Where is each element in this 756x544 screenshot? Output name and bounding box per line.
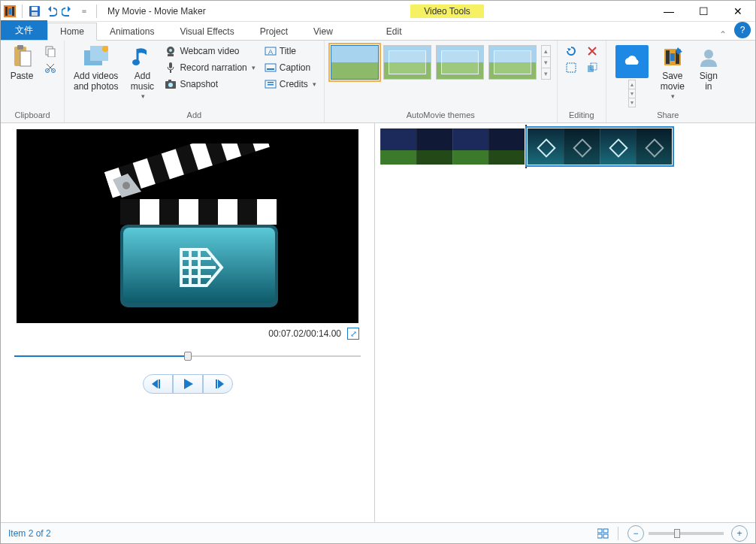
view-thumbnails-button[interactable] — [595, 525, 612, 542]
svg-rect-11 — [48, 49, 55, 57]
paste-button[interactable]: Paste — [5, 44, 38, 83]
preview-pane: 00:07.02/00:14.00 ⤢ — [1, 123, 375, 522]
next-frame-button[interactable] — [203, 374, 233, 394]
paste-label: Paste — [11, 71, 34, 81]
svg-rect-21 — [169, 62, 172, 68]
theme-thumb-4[interactable] — [488, 45, 537, 80]
svg-point-24 — [168, 83, 173, 87]
qat-dropdown-icon[interactable]: ＝ — [78, 5, 90, 17]
zoom-out-button[interactable]: − — [627, 525, 644, 542]
caption-button[interactable]: Caption — [262, 60, 319, 75]
sign-in-button[interactable]: Signin — [692, 44, 725, 94]
clip-2[interactable] — [527, 128, 673, 165]
svg-rect-31 — [268, 82, 274, 83]
add-music-button[interactable]: Addmusic — [125, 44, 159, 101]
redo-icon[interactable] — [62, 5, 74, 17]
svg-rect-65 — [603, 534, 608, 538]
svg-rect-2 — [12, 7, 14, 16]
group-editing: Editing — [558, 41, 606, 122]
sign-in-label-1: Sign — [700, 71, 718, 81]
tab-home[interactable]: Home — [47, 23, 97, 41]
mic-icon — [165, 62, 177, 74]
seek-slider[interactable] — [14, 349, 361, 364]
save-movie-icon — [661, 45, 685, 69]
timeline-pane[interactable] — [375, 123, 755, 522]
theme-thumb-1[interactable] — [331, 45, 379, 80]
theme-gallery[interactable]: ▴ ▾ ▾ — [329, 44, 552, 81]
save-movie-label-1: Save — [662, 71, 682, 81]
zoom-in-button[interactable]: + — [731, 525, 748, 542]
svg-rect-8 — [17, 45, 23, 50]
ribbon-minimize-icon[interactable]: ⌃ — [719, 29, 727, 40]
copy-icon — [44, 45, 56, 57]
theme-thumb-2[interactable] — [383, 45, 431, 80]
select-all-button[interactable] — [562, 60, 580, 75]
snapshot-icon — [165, 78, 177, 90]
undo-icon[interactable] — [45, 5, 57, 17]
ribbon: Paste Clipboard Add videosand photos Add… — [1, 41, 755, 123]
svg-rect-5 — [32, 7, 38, 11]
help-icon[interactable]: ? — [734, 22, 751, 38]
time-display: 00:07.02/00:14.00 — [268, 328, 341, 339]
tab-project[interactable]: Project — [247, 23, 301, 40]
svg-point-17 — [132, 59, 140, 65]
svg-rect-25 — [168, 80, 171, 82]
remove-button[interactable] — [583, 44, 601, 59]
caption-label: Caption — [280, 62, 310, 73]
svg-rect-61 — [216, 379, 217, 388]
svg-rect-3 — [8, 8, 11, 14]
theme-thumb-3[interactable] — [436, 45, 484, 80]
fullscreen-icon[interactable]: ⤢ — [347, 328, 359, 340]
tab-visual-effects[interactable]: Visual Effects — [167, 23, 246, 40]
caption-icon — [265, 62, 277, 74]
tab-file[interactable]: 文件 — [1, 20, 47, 40]
snapshot-button[interactable]: Snapshot — [162, 77, 258, 92]
add-videos-photos-button[interactable]: Add videosand photos — [69, 44, 122, 94]
save-movie-button[interactable]: Savemovie — [656, 44, 689, 101]
sign-in-label-2: in — [705, 81, 712, 92]
window-title: My Movie - Movie Maker — [101, 6, 275, 17]
clapper-icon — [83, 144, 293, 309]
svg-rect-1 — [5, 7, 8, 16]
prev-frame-button[interactable] — [143, 374, 173, 394]
video-preview[interactable] — [17, 129, 358, 323]
title-button[interactable]: ATitle — [262, 44, 319, 59]
zoom-slider[interactable] — [649, 532, 724, 535]
share-cloud-button[interactable]: ▴ ▾ ▾ — [611, 44, 653, 109]
maximize-button[interactable]: ☐ — [686, 1, 721, 22]
snapshot-label: Snapshot — [180, 79, 218, 89]
svg-text:A: A — [268, 48, 273, 56]
add-music-label-2: music — [131, 81, 154, 92]
clip-1[interactable] — [380, 128, 525, 165]
paste-icon — [10, 45, 34, 69]
tab-view[interactable]: View — [301, 23, 346, 40]
tab-animations[interactable]: Animations — [97, 23, 167, 40]
contextual-tab-label: Video Tools — [410, 5, 484, 18]
play-button[interactable] — [173, 374, 203, 394]
credits-button[interactable]: Credits — [262, 77, 319, 92]
playback-controls — [8, 374, 367, 394]
add-videos-label-2: and photos — [74, 81, 118, 92]
copy-button[interactable] — [41, 44, 59, 59]
minimize-button[interactable]: — — [652, 1, 686, 22]
theme-gallery-scroll[interactable]: ▴ ▾ ▾ — [541, 45, 551, 80]
webcam-icon — [165, 45, 177, 57]
add-videos-label-1: Add videos — [74, 71, 118, 81]
tab-edit[interactable]: Edit — [368, 23, 420, 40]
rotate-left-button[interactable] — [562, 44, 580, 59]
close-button[interactable]: ✕ — [721, 1, 755, 22]
group-editing-label: Editing — [562, 109, 601, 119]
save-icon[interactable] — [29, 5, 41, 17]
time-display-row: 00:07.02/00:14.00 ⤢ — [8, 323, 367, 344]
svg-rect-6 — [32, 12, 38, 16]
record-narration-button[interactable]: Record narration — [162, 60, 258, 75]
cut-button[interactable] — [41, 60, 59, 75]
window-buttons: — ☐ ✕ — [652, 1, 755, 22]
rotate-right-button[interactable] — [583, 60, 601, 75]
group-share-label: Share — [611, 109, 725, 119]
share-gallery-scroll[interactable]: ▴ ▾ ▾ — [628, 80, 636, 107]
svg-rect-64 — [597, 534, 602, 538]
webcam-video-button[interactable]: Webcam video — [162, 44, 258, 59]
timeline-clips — [380, 128, 751, 168]
title-label: Title — [280, 46, 296, 56]
